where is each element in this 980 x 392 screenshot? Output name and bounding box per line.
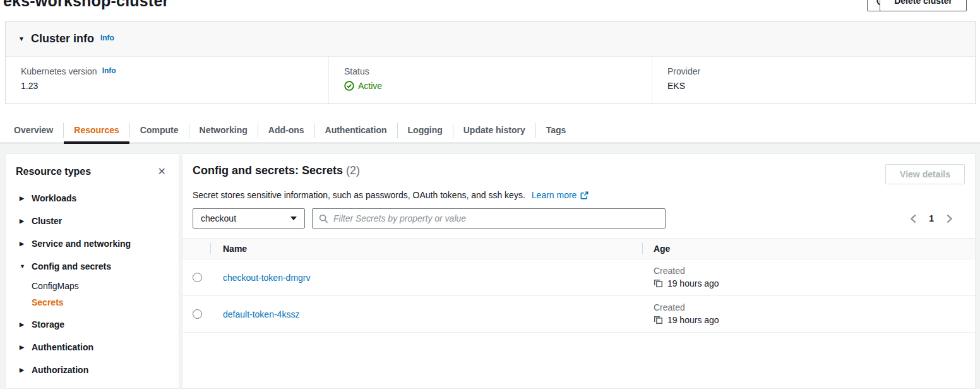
status-value: Active (358, 81, 382, 91)
delete-cluster-button[interactable]: Delete cluster (880, 0, 967, 11)
age-value: 19 hours ago (667, 278, 719, 288)
copy-icon[interactable] (654, 315, 663, 324)
tab-resources[interactable]: Resources (64, 118, 129, 143)
kubernetes-version-field: Kubernetes version Info 1.23 (6, 57, 328, 104)
sidebar-group-authentication[interactable]: ▶ Authentication (16, 336, 169, 359)
status-label: Status (344, 66, 369, 76)
secrets-heading-text: Config and secrets: Secrets (193, 164, 343, 177)
secret-name-link[interactable]: default-token-4kssz (223, 309, 299, 319)
provider-field: Provider EKS (652, 57, 975, 104)
name-column-header: Name (210, 244, 642, 254)
created-label: Created (654, 302, 975, 312)
name-column-label: Name (223, 244, 247, 254)
table-row: default-token-4kssz Created 19 hours ago (182, 296, 975, 333)
chevron-left-icon (909, 214, 917, 223)
pagination: 1 (908, 213, 955, 225)
table-row: checkout-token-dmgrv Created 19 hours ag… (182, 259, 975, 296)
sidebar-group-label: Authorization (32, 365, 88, 375)
secrets-description: Secret stores sensitive information, suc… (193, 190, 525, 200)
chevron-down-icon: ▼ (20, 264, 26, 270)
status-field: Status Active (328, 57, 652, 104)
search-icon (319, 214, 328, 223)
cluster-info-body: Kubernetes version Info 1.23 Status Acti… (6, 57, 975, 104)
age-value: 19 hours ago (667, 315, 719, 325)
chevron-right-icon: ▶ (20, 322, 26, 328)
copy-icon[interactable] (654, 278, 663, 288)
cluster-info-card: ▼ Cluster info Info Kubernetes version I… (5, 21, 976, 104)
config-and-secrets-children: ConfigMaps Secrets (16, 278, 169, 311)
tab-update-history[interactable]: Update history (453, 118, 535, 143)
cluster-tabs: Overview Resources Compute Networking Ad… (0, 118, 980, 143)
cluster-info-header[interactable]: ▼ Cluster info Info (6, 21, 975, 57)
chevron-right-icon: ▶ (20, 241, 26, 247)
kubernetes-version-value: 1.23 (21, 81, 313, 91)
secret-name-link[interactable]: checkout-token-dmgrv (223, 273, 311, 283)
sidebar-group-cluster[interactable]: ▶ Cluster (16, 210, 169, 232)
secrets-panel: Config and secrets: Secrets (2) View det… (182, 153, 976, 389)
sidebar-group-authorization[interactable]: ▶ Authorization (16, 359, 169, 381)
external-link-icon (580, 191, 589, 199)
tab-networking[interactable]: Networking (189, 118, 258, 143)
sidebar-group-label: Service and networking (32, 239, 131, 249)
sidebar-group-label: Storage (32, 319, 64, 330)
sidebar-group-label: Authentication (32, 342, 93, 352)
sidebar-group-label: Workloads (32, 193, 76, 203)
learn-more-link[interactable]: Learn more (532, 190, 577, 200)
cluster-info-info-link[interactable]: Info (100, 33, 114, 42)
tab-compute[interactable]: Compute (130, 118, 189, 143)
tab-authentication[interactable]: Authentication (315, 118, 397, 143)
age-column-header: Age (642, 244, 975, 254)
row-radio-button[interactable] (193, 309, 202, 319)
chevron-right-icon: ▶ (20, 196, 26, 201)
provider-label: Provider (667, 66, 700, 76)
page-title: eks-workshop-cluster (3, 0, 169, 10)
resource-types-title: Resource types (16, 166, 91, 177)
row-radio-button[interactable] (193, 273, 202, 282)
view-details-button[interactable]: View details (885, 164, 965, 184)
resource-types-panel: Resource types ✕ ▶ Workloads ▶ Cluster ▶… (5, 153, 179, 389)
next-page-button[interactable] (944, 213, 955, 225)
page-top: eks-workshop-cluster Delete cluster ▼ Cl… (0, 0, 980, 143)
sidebar-item-configmaps[interactable]: ConfigMaps (16, 278, 169, 294)
tab-tags[interactable]: Tags (536, 118, 577, 143)
table-header-row: Name Age (182, 238, 975, 259)
sidebar-group-config-and-secrets[interactable]: ▼ Config and secrets (16, 255, 169, 278)
kubernetes-version-label: Kubernetes version (21, 66, 97, 76)
resources-content: Resource types ✕ ▶ Workloads ▶ Cluster ▶… (0, 143, 980, 389)
tab-add-ons[interactable]: Add-ons (258, 118, 314, 143)
sidebar-group-service-and-networking[interactable]: ▶ Service and networking (16, 232, 169, 255)
close-icon[interactable]: ✕ (155, 165, 169, 178)
kubernetes-version-info-link[interactable]: Info (102, 66, 116, 75)
sidebar-group-workloads[interactable]: ▶ Workloads (16, 187, 169, 210)
secrets-table: Name Age checkout-token-dmgrv Created (182, 238, 975, 333)
chevron-down-icon[interactable]: ▼ (18, 36, 25, 42)
chevron-right-icon (945, 214, 953, 223)
search-box (312, 208, 666, 229)
chevron-right-icon: ▶ (20, 367, 26, 373)
filter-dropdown-value: checkout (201, 213, 236, 223)
age-column-label: Age (654, 244, 670, 254)
chevron-right-icon: ▶ (20, 345, 26, 350)
tab-logging[interactable]: Logging (398, 118, 453, 143)
secrets-heading: Config and secrets: Secrets (2) (193, 164, 360, 177)
search-input[interactable] (333, 213, 659, 223)
sidebar-group-label: Config and secrets (32, 261, 111, 271)
resource-types-list: ▶ Workloads ▶ Cluster ▶ Service and netw… (16, 187, 169, 381)
sidebar-group-label: Cluster (32, 216, 62, 226)
check-circle-icon (344, 81, 354, 91)
sidebar-item-secrets[interactable]: Secrets (16, 294, 169, 311)
sidebar-group-storage[interactable]: ▶ Storage (16, 313, 169, 336)
cluster-info-title: Cluster info (31, 32, 94, 45)
secrets-count: (2) (346, 164, 360, 177)
page-header: eks-workshop-cluster Delete cluster (0, 0, 980, 20)
chevron-right-icon: ▶ (20, 218, 26, 224)
chevron-down-icon (290, 217, 297, 220)
tab-overview[interactable]: Overview (4, 118, 63, 143)
created-label: Created (654, 266, 975, 276)
current-page-number[interactable]: 1 (929, 213, 934, 223)
provider-value: EKS (667, 81, 960, 91)
filter-dropdown[interactable]: checkout (193, 208, 305, 229)
previous-page-button[interactable] (908, 213, 919, 225)
